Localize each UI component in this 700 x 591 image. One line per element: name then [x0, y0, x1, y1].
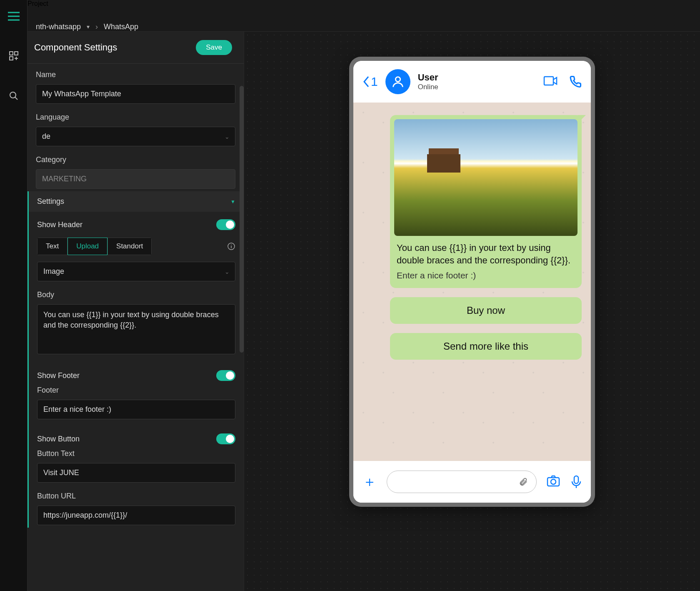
button-url-label: Button URL: [37, 492, 235, 501]
chat-user-name: User: [418, 72, 536, 83]
project-label: Project: [28, 0, 48, 7]
message-header-image: [394, 119, 578, 236]
body-textarea[interactable]: [37, 304, 235, 354]
header-tab-upload[interactable]: Upload: [68, 238, 108, 255]
header-tab-text[interactable]: Text: [37, 238, 68, 255]
chevron-right-icon: ›: [95, 23, 98, 31]
category-label: Category: [36, 155, 235, 164]
language-label: Language: [36, 113, 235, 122]
microphone-icon[interactable]: [571, 475, 582, 488]
voice-call-icon[interactable]: [569, 75, 582, 88]
left-rail: [0, 0, 28, 591]
message-bubble: You can use {{1}} in your text by using …: [390, 115, 582, 288]
video-call-icon[interactable]: [543, 75, 558, 88]
show-header-label: Show Header: [37, 220, 82, 229]
message-footer-text: Enter a nice footer :): [394, 269, 578, 284]
show-button-toggle[interactable]: [216, 433, 235, 444]
chat-body: You can use {{1}} in your text by using …: [353, 103, 591, 461]
quick-reply-button-1[interactable]: Buy now: [390, 297, 582, 324]
svg-point-5: [395, 77, 400, 82]
back-count: 1: [371, 75, 378, 89]
chat-header: 1 User Online: [353, 61, 591, 103]
info-icon[interactable]: [227, 242, 235, 250]
message-input[interactable]: [387, 471, 537, 493]
header-media-select[interactable]: Image: [37, 262, 235, 281]
footer-label: Footer: [37, 386, 235, 395]
show-footer-label: Show Footer: [37, 371, 80, 380]
plus-icon[interactable]: ＋: [362, 472, 377, 491]
show-button-label: Show Button: [37, 435, 80, 443]
breadcrumb-page[interactable]: WhatsApp: [104, 23, 138, 31]
show-footer-toggle[interactable]: [216, 370, 235, 381]
message-body-text: You can use {{1}} in your text by using …: [394, 236, 578, 269]
scrollbar-thumb[interactable]: [240, 86, 244, 353]
search-icon[interactable]: [9, 91, 19, 101]
name-input[interactable]: [36, 84, 235, 104]
show-header-toggle[interactable]: [216, 219, 235, 230]
camera-icon[interactable]: [547, 475, 560, 488]
svg-rect-9: [574, 476, 578, 483]
chat-user-status: Online: [418, 83, 536, 91]
header-type-segmented: Text Upload Standort: [37, 238, 152, 255]
chat-input-bar: ＋: [353, 461, 591, 503]
attachment-icon[interactable]: [519, 477, 528, 486]
settings-section-header[interactable]: Settings ▼: [28, 191, 244, 212]
preview-canvas: 1 User Online: [244, 32, 700, 591]
chevron-down-icon[interactable]: ▾: [87, 23, 90, 30]
header-tab-standort[interactable]: Standort: [108, 238, 152, 255]
language-select[interactable]: de: [36, 127, 235, 146]
svg-point-3: [10, 92, 16, 98]
phone-frame: 1 User Online: [349, 57, 595, 507]
caret-down-icon: ▼: [230, 199, 235, 205]
settings-section-label: Settings: [37, 197, 64, 206]
quick-reply-button-2[interactable]: Send more like this: [390, 333, 582, 360]
button-text-input[interactable]: [37, 463, 235, 483]
breadcrumb-project[interactable]: nth-whatsapp: [36, 23, 81, 31]
button-url-input[interactable]: [37, 506, 235, 525]
svg-rect-2: [10, 57, 13, 60]
svg-rect-0: [10, 52, 13, 55]
components-icon[interactable]: [9, 51, 19, 61]
button-text-label: Button Text: [37, 449, 235, 458]
save-button[interactable]: Save: [196, 40, 232, 55]
avatar[interactable]: [385, 69, 410, 94]
menu-icon[interactable]: [8, 12, 20, 21]
back-button[interactable]: 1: [362, 75, 378, 89]
footer-input[interactable]: [37, 400, 235, 419]
svg-rect-6: [544, 77, 553, 85]
category-input: [36, 169, 235, 189]
body-label: Body: [37, 290, 235, 299]
svg-rect-1: [15, 52, 18, 55]
svg-point-8: [551, 479, 556, 484]
name-label: Name: [36, 70, 235, 79]
settings-panel: Component Settings Save Name Language de…: [28, 32, 244, 591]
scrollbar-track[interactable]: [240, 86, 244, 386]
panel-title: Component Settings: [34, 42, 117, 53]
